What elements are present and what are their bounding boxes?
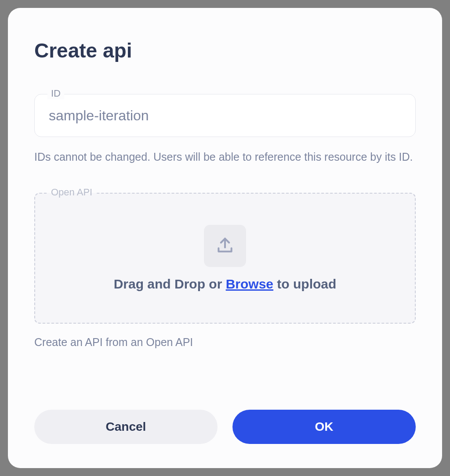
id-input[interactable] — [34, 94, 416, 137]
upload-icon-box — [204, 225, 246, 267]
dropzone-text-prefix: Drag and Drop or — [114, 277, 226, 291]
modal-footer-buttons: Cancel OK — [34, 410, 416, 444]
openapi-field-label: Open API — [47, 187, 96, 198]
openapi-helper-text: Create an API from an Open API — [34, 336, 416, 349]
dropzone-text: Drag and Drop or Browse to upload — [114, 277, 337, 292]
upload-icon — [215, 235, 235, 256]
file-dropzone[interactable]: Drag and Drop or Browse to upload — [34, 193, 416, 324]
openapi-dropzone-group: Open API Drag and Drop or Browse to uplo… — [34, 193, 416, 324]
modal-title: Create api — [34, 39, 416, 62]
cancel-button[interactable]: Cancel — [34, 410, 218, 444]
ok-button[interactable]: OK — [232, 410, 416, 444]
id-field-group: ID — [34, 94, 416, 137]
id-field-label: ID — [47, 88, 64, 99]
id-helper-text: IDs cannot be changed. Users will be abl… — [34, 149, 416, 165]
browse-link[interactable]: Browse — [226, 277, 273, 291]
dropzone-text-suffix: to upload — [273, 277, 336, 291]
create-api-modal: Create api ID IDs cannot be changed. Use… — [8, 8, 442, 468]
